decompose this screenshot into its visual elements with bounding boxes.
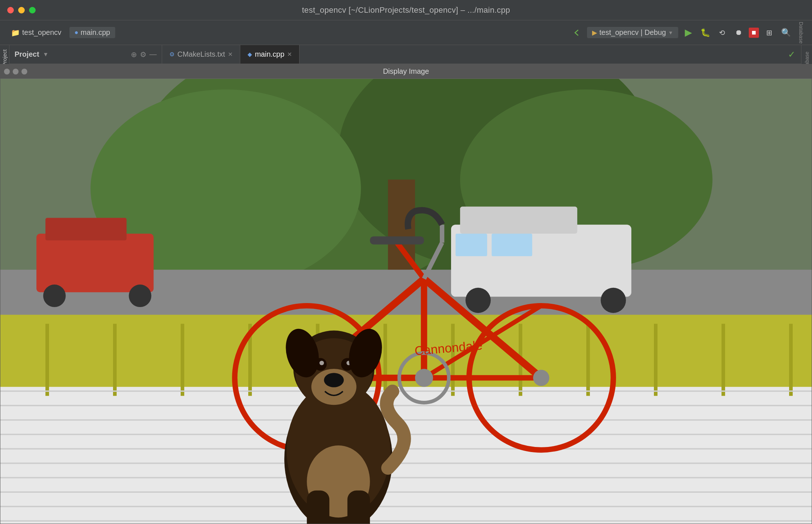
svg-point-59 bbox=[415, 369, 433, 387]
svg-rect-42 bbox=[0, 520, 812, 522]
svg-point-17 bbox=[43, 285, 66, 307]
svg-rect-26 bbox=[383, 324, 387, 396]
svg-point-18 bbox=[129, 285, 151, 307]
editor-area: ⚙ CMakeLists.txt ✕ ◆ main.cpp ✕ ✓ 1 bbox=[162, 45, 801, 524]
toolbar-maincpp-label: main.cpp bbox=[81, 28, 110, 37]
svg-point-11 bbox=[466, 288, 491, 313]
locate-icon[interactable]: ⊕ bbox=[131, 50, 137, 59]
tab-cmakelists-close[interactable]: ✕ bbox=[228, 51, 233, 58]
svg-rect-15 bbox=[36, 234, 153, 292]
svg-rect-14 bbox=[492, 234, 532, 256]
main-toolbar: 📁 test_opencv ● main.cpp ▶ test_opencv |… bbox=[0, 20, 812, 45]
display-image-overlay: Display Image bbox=[0, 64, 812, 524]
svg-rect-22 bbox=[113, 324, 117, 396]
debug-button[interactable]: 🐛 bbox=[699, 26, 712, 39]
display-image-titlebar: Display Image bbox=[0, 64, 812, 79]
svg-rect-35 bbox=[0, 419, 812, 421]
svg-rect-0 bbox=[752, 31, 756, 35]
editor-tabs: ⚙ CMakeLists.txt ✕ ◆ main.cpp ✕ ✓ bbox=[162, 45, 801, 64]
display-image-window: Display Image bbox=[0, 64, 812, 524]
svg-point-56 bbox=[533, 370, 550, 386]
cpp-file-icon: ● bbox=[75, 29, 79, 36]
svg-rect-75 bbox=[347, 491, 370, 524]
maximize-button[interactable] bbox=[29, 7, 36, 13]
win-close-btn[interactable] bbox=[4, 69, 10, 74]
tab-cmakelists[interactable]: ⚙ CMakeLists.txt ✕ bbox=[162, 45, 240, 64]
editor-header-right: ✓ bbox=[788, 45, 801, 64]
tab-maincpp-close[interactable]: ✕ bbox=[287, 51, 292, 58]
run-config-selector[interactable]: ▶ test_opencv | Debug ▼ bbox=[587, 27, 678, 38]
svg-rect-30 bbox=[654, 324, 658, 396]
minimize-button[interactable] bbox=[18, 7, 25, 13]
svg-rect-19 bbox=[0, 315, 812, 396]
svg-rect-41 bbox=[0, 506, 812, 507]
toolbar-maincpp-tab[interactable]: ● main.cpp bbox=[69, 27, 115, 38]
svg-rect-13 bbox=[455, 234, 487, 256]
svg-rect-10 bbox=[460, 207, 577, 234]
scene-svg: Cannondale bbox=[0, 79, 812, 524]
stop-button[interactable] bbox=[749, 28, 759, 38]
win-min-btn[interactable] bbox=[13, 69, 19, 74]
project-dropdown-arrow[interactable]: ▼ bbox=[43, 51, 49, 58]
svg-rect-32 bbox=[789, 324, 793, 396]
run-config-label: test_opencv | Debug bbox=[599, 28, 666, 37]
main-area: 1: Project ⊞ Project ▼ ⊕ ⚙ — ▼ 📁 bbox=[0, 45, 812, 524]
titlebar: test_opencv [~/CLionProjects/test_opencv… bbox=[0, 0, 812, 20]
svg-point-70 bbox=[319, 361, 324, 365]
tab-cmakelists-label: CMakeLists.txt bbox=[177, 50, 225, 59]
svg-rect-52 bbox=[370, 236, 424, 244]
back-button[interactable] bbox=[570, 26, 583, 39]
svg-rect-39 bbox=[0, 477, 812, 479]
traffic-lights bbox=[7, 7, 36, 13]
svg-point-12 bbox=[601, 288, 626, 313]
svg-rect-29 bbox=[586, 324, 590, 396]
svg-rect-40 bbox=[0, 491, 812, 493]
layout-button[interactable]: ⊞ bbox=[763, 26, 776, 39]
settings-icon[interactable]: ⚙ bbox=[140, 50, 146, 59]
svg-rect-38 bbox=[0, 463, 812, 464]
search-button[interactable]: 🔍 bbox=[779, 26, 792, 39]
tab-maincpp-label: main.cpp bbox=[255, 50, 284, 59]
chevron-down-icon: ▼ bbox=[668, 30, 673, 36]
cmake-tab-icon: ⚙ bbox=[169, 51, 174, 58]
window-title: test_opencv [~/CLionProjects/test_opencv… bbox=[302, 5, 510, 15]
display-image-title: Display Image bbox=[383, 67, 429, 76]
tab-maincpp[interactable]: ◆ main.cpp ✕ bbox=[240, 45, 300, 64]
run-button[interactable]: ▶ bbox=[682, 26, 695, 39]
coverage-button[interactable]: ⟲ bbox=[715, 26, 728, 39]
svg-point-67 bbox=[324, 373, 344, 387]
toolbar-project-label: test_opencv bbox=[22, 28, 61, 37]
display-image-canvas: Cannondale bbox=[0, 79, 812, 524]
toolbar-right: ▶ test_opencv | Debug ▼ ▶ 🐛 ⟲ ⏺ ⊞ 🔍 Data… bbox=[570, 22, 806, 44]
check-icon: ✓ bbox=[788, 49, 795, 60]
profiler-button[interactable]: ⏺ bbox=[732, 26, 745, 39]
win-max-btn[interactable] bbox=[21, 69, 27, 74]
collapse-icon[interactable]: — bbox=[149, 50, 157, 59]
project-panel-header: Project ▼ ⊕ ⚙ — bbox=[9, 45, 162, 64]
svg-rect-16 bbox=[45, 218, 126, 241]
svg-rect-31 bbox=[721, 324, 725, 396]
run-config-icon: ▶ bbox=[592, 29, 597, 37]
project-header-icons: ⊕ ⚙ — bbox=[131, 50, 157, 59]
toolbar-project-tab[interactable]: 📁 test_opencv bbox=[6, 27, 67, 39]
project-label: Project bbox=[15, 50, 39, 59]
svg-rect-23 bbox=[181, 324, 184, 396]
svg-rect-21 bbox=[45, 324, 49, 396]
svg-rect-34 bbox=[0, 405, 812, 406]
svg-rect-74 bbox=[307, 491, 329, 524]
folder-icon: 📁 bbox=[11, 28, 20, 37]
cpp-tab-icon: ◆ bbox=[248, 51, 252, 58]
svg-rect-33 bbox=[0, 391, 812, 392]
database-panel-toggle[interactable]: Database bbox=[796, 22, 806, 44]
close-button[interactable] bbox=[7, 7, 14, 13]
window-controls bbox=[4, 69, 27, 74]
